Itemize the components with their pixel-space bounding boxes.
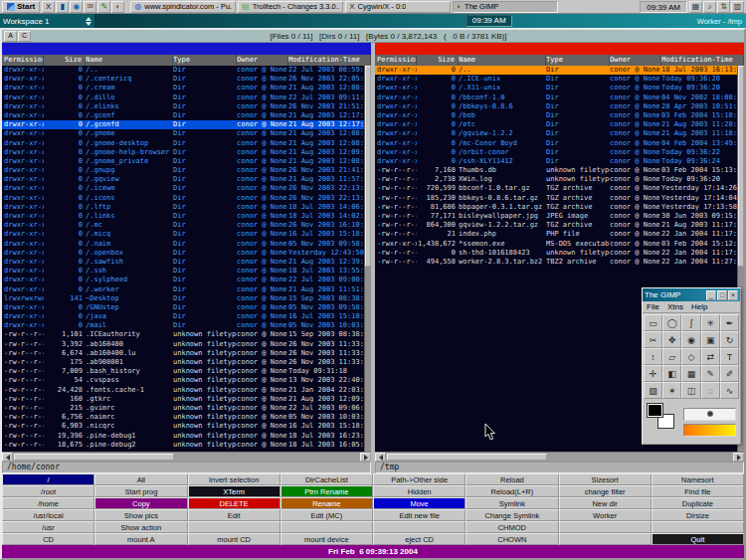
- file-row-nicqrc[interactable]: -rw-r--r--6,903.nicqrcunknown filetypeco…: [2, 422, 364, 431]
- left-scroll-left-button[interactable]: [2, 453, 13, 462]
- file-row-lftp[interactable]: drwxr-xr-x0/.lftpDirconor @ None18 Jul 2…: [2, 203, 364, 212]
- file-row-blank[interactable]: drwxr-xr-x0/..Dirconor @ None22 Jul 2003…: [2, 66, 364, 75]
- worker-button-quit[interactable]: Quit: [652, 533, 744, 545]
- gimp-titlebar[interactable]: The GIMP _□×: [643, 288, 740, 301]
- bezier-select-tool[interactable]: ✒: [720, 314, 739, 331]
- left-hscroll-track[interactable]: [13, 453, 360, 462]
- column-header-type[interactable]: Type: [173, 55, 237, 66]
- column-header-size[interactable]: Size: [417, 55, 459, 66]
- file-row-x11-unix[interactable]: drwxr-xr-x0/.X11-unixDirconor @ NoneToda…: [375, 84, 737, 93]
- worker-button-chown[interactable]: CHOWN: [466, 533, 558, 545]
- worker-button-namesort[interactable]: Namesort: [652, 473, 744, 485]
- left-path-field[interactable]: /home/conor: [2, 462, 371, 473]
- worker-button-rename[interactable]: Rename: [280, 497, 373, 509]
- worker-button-change-filter[interactable]: change filter: [559, 485, 652, 497]
- fuzzy-select-tool[interactable]: ✳: [701, 314, 720, 331]
- file-row-icewm[interactable]: drwxr-xr-x0/.icewmDirconor @ None26 Nov …: [2, 184, 364, 193]
- file-row-gnome[interactable]: drwxr-xr-x0/.gnomeDirconor @ None21 Aug …: [2, 129, 364, 138]
- file-row-orbit-conor[interactable]: drwxr-xr-x0/orbit-conorDirconor @ NoneTo…: [375, 148, 737, 157]
- worker-button-sizesort[interactable]: Sizesort: [559, 473, 652, 485]
- worker-button-home[interactable]: /home: [2, 497, 94, 509]
- worker-button-show-action[interactable]: Show action: [94, 521, 187, 533]
- file-row-worker[interactable]: drwxr-xr-x0/.workerDirconor @ None21 Aug…: [2, 285, 364, 294]
- pencil-tool[interactable]: ✎: [701, 365, 720, 382]
- task-button-the-gimp[interactable]: ◐The GIMP: [453, 1, 558, 13]
- file-row-gnustep[interactable]: drwxr-xr-x0/GNUstepDirconor @ None05 Nov…: [2, 303, 364, 312]
- task-button-cygwin-x-0-0[interactable]: XCygwin/X - 0:0: [345, 1, 451, 13]
- file-row-gconfd[interactable]: drwxr-xr-x0/.gconfdDirconor @ None21 Aug…: [2, 120, 364, 129]
- worker-button-hidden[interactable]: Hidden: [373, 485, 466, 497]
- worker-button-symlink[interactable]: Symlink: [466, 497, 558, 509]
- worker-button-reload[interactable]: Reload: [466, 473, 558, 485]
- column-header-mtime[interactable]: Modification-Time: [288, 55, 371, 66]
- worker-button-worker[interactable]: Worker: [559, 509, 652, 521]
- file-row-iceauthority[interactable]: -rw-r--r--1,101.ICEauthorityunknown file…: [2, 330, 364, 339]
- brush-preview[interactable]: [683, 408, 736, 421]
- rotate-tool[interactable]: ↻: [720, 331, 739, 348]
- worker-button-xterm[interactable]: XTerm: [188, 485, 280, 497]
- file-row-mc[interactable]: drwxr-xr-x0/.mcDirconor @ None26 Nov 200…: [2, 221, 364, 230]
- worker-button-copy[interactable]: Copy: [94, 497, 187, 509]
- left-vscroll-thumb[interactable]: [365, 66, 371, 267]
- file-row-bbconf-1-0-tar-gz[interactable]: -rw-r--r--720,599bbconf-1.0.tar.gzTGZ ar…: [375, 184, 737, 193]
- file-row-mail[interactable]: drwxr-xr-x0/mailDirconor @ None05 Nov 20…: [2, 321, 364, 330]
- blend-tool[interactable]: ▦: [681, 365, 700, 382]
- file-row-micq[interactable]: drwxr-xr-x0/.micqDirconor @ None16 Jul 2…: [2, 230, 364, 239]
- foreground-color-swatch[interactable]: [648, 404, 662, 417]
- browser-icon[interactable]: ◉: [70, 1, 83, 13]
- network-icon[interactable]: ⇅: [717, 1, 730, 13]
- column-header-owner[interactable]: Owner: [610, 55, 661, 66]
- worker-button-usr[interactable]: /usr: [2, 521, 94, 533]
- worker-button-edit-new-file[interactable]: Edit new file: [373, 509, 466, 521]
- file-row-naim[interactable]: drwxr-xr-x0/.naimDirconor @ None05 Nov 2…: [2, 240, 364, 249]
- gimp-menu-help[interactable]: Help: [687, 301, 711, 312]
- file-row-naimrc[interactable]: -rw-r--r--6,756.naimrcunknown filetypeco…: [2, 413, 364, 422]
- file-row-sawfish[interactable]: drwxr-xr-x0/.sawfishDirconor @ None21 Au…: [2, 258, 364, 267]
- left-vertical-scrollbar[interactable]: [364, 66, 371, 452]
- worker-button-eject-cd[interactable]: eject CD: [373, 533, 466, 545]
- file-row-ab160400-lu[interactable]: -rw-r--r--6,674.ab160400.luunknown filet…: [2, 349, 364, 358]
- worker-button-mount-a[interactable]: mount A: [94, 533, 187, 545]
- clone-tool[interactable]: ◫: [681, 382, 700, 399]
- worker-button-chmod[interactable]: CHMOD: [466, 521, 558, 533]
- free-select-tool[interactable]: ʃ: [681, 314, 700, 331]
- worker-button-show-pics[interactable]: Show pics: [94, 509, 187, 521]
- file-row-dillo[interactable]: drwxr-xr-x0/.dilloDirconor @ None22 Jul …: [2, 93, 364, 102]
- terminal-icon[interactable]: ▮: [56, 1, 69, 13]
- worker-window-titlebar[interactable]: 09:39 AM Worker - /tmp: [95, 14, 746, 28]
- mail-icon[interactable]: ✉: [84, 1, 96, 13]
- task-button-trolltech-changes-3-3-0[interactable]: ▤Trolltech - Changes 3.3.0...: [238, 1, 343, 13]
- file-row-index-php[interactable]: -rw-r--r--21index.phpPHP fileconor @ Non…: [375, 230, 737, 239]
- flip-tool[interactable]: ⇄: [701, 348, 720, 365]
- worker-button-path-other-side[interactable]: Path->Other side: [373, 473, 466, 485]
- paintbrush-tool[interactable]: ✐: [720, 365, 739, 382]
- file-row-java[interactable]: drwxr-xr-x0/javaDirconor @ None16 Jul 20…: [2, 312, 364, 321]
- left-pane-header[interactable]: N normal Filelister - 288 MB/57 GB free: [2, 43, 371, 55]
- worker-button-all[interactable]: All: [94, 473, 187, 485]
- gimp-close-button[interactable]: ×: [728, 290, 738, 300]
- file-row-mc-conor-boyd[interactable]: drwxr-xr-x0/mc-Conor BoydDirconor @ None…: [375, 139, 737, 148]
- gimp-menu-xtns[interactable]: Xtns: [663, 301, 687, 312]
- file-row-ab160400[interactable]: -rw-r--r--3,392.ab160400unknown filetype…: [2, 340, 364, 349]
- gimp-maximize-button[interactable]: □: [717, 290, 727, 300]
- convolve-tool[interactable]: ◌: [701, 382, 720, 399]
- worker-button-blank[interactable]: /: [2, 473, 94, 485]
- left-horizontal-scrollbar[interactable]: [2, 452, 371, 462]
- worker-button-duplicate[interactable]: Duplicate: [652, 497, 744, 509]
- right-pane-header[interactable]: N normal Filelister - 288 MB/57 GB free: [375, 43, 744, 55]
- file-row-bbpager-0-3-1-tar-gz[interactable]: -rw-r--r--81,686bbpager-0.3.1.tar.gzTGZ …: [375, 203, 737, 212]
- column-header-type[interactable]: Type: [546, 55, 610, 66]
- file-row-worker-2-8-3-tar-bz2[interactable]: -rw-r--r--494,558worker-2.8.3.tar.bz2TBZ…: [375, 258, 737, 267]
- file-row-links[interactable]: drwxr-xr-x0/.linksDirconor @ None18 Jul …: [2, 212, 364, 221]
- left-hscroll-thumb[interactable]: [14, 454, 174, 461]
- eraser-tool[interactable]: ▨: [644, 382, 662, 399]
- file-row-gtkrc[interactable]: -rw-r--r--160.gtkrcunknown filetypeconor…: [2, 395, 364, 404]
- worker-button-move[interactable]: Move: [373, 497, 466, 509]
- file-row-gnome-help-browser[interactable]: drwxr-xr-x0/.gnome-help-browserDirconor …: [2, 148, 364, 157]
- task-button-www-spindicator-com-pu[interactable]: ◍www.spindicator.com - Pu...: [130, 1, 236, 13]
- file-row-ssh-xly11412[interactable]: drwxr-xr-x0/ssh-XLY11412Dirconor @ NoneT…: [375, 157, 737, 166]
- shear-tool[interactable]: ▱: [662, 348, 681, 365]
- file-row-centericq[interactable]: drwxr-xr-x0/.centericqDirconor @ None26 …: [2, 75, 364, 84]
- worker-button-edit-mc[interactable]: Edit (MC): [280, 509, 373, 521]
- column-header-mtime[interactable]: Modification-Time: [661, 55, 744, 66]
